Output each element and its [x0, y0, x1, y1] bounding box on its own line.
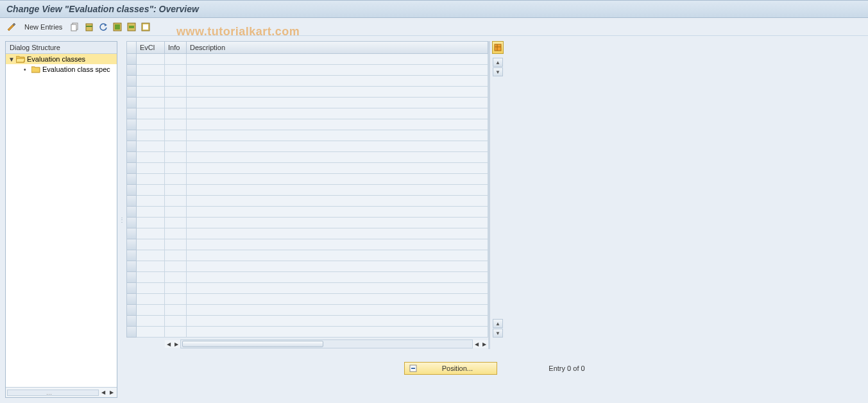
scroll-left-icon[interactable]: ◀	[165, 340, 173, 348]
cell-info[interactable]	[165, 250, 187, 261]
row-selector[interactable]	[126, 163, 137, 174]
cell-info[interactable]	[165, 261, 187, 272]
cell-info[interactable]	[165, 152, 187, 163]
cell-description[interactable]	[187, 65, 488, 76]
row-selector[interactable]	[126, 174, 137, 185]
cell-evcl[interactable]	[137, 174, 165, 185]
row-selector[interactable]	[126, 305, 137, 316]
table-row[interactable]	[126, 327, 488, 338]
row-selector[interactable]	[126, 261, 137, 272]
cell-description[interactable]	[187, 272, 488, 283]
cell-evcl[interactable]	[137, 54, 165, 65]
row-selector[interactable]	[126, 272, 137, 283]
undo-change-icon[interactable]	[98, 22, 108, 32]
scroll-right-icon[interactable]: ▶	[173, 340, 180, 348]
row-selector[interactable]	[126, 119, 137, 130]
table-row[interactable]	[126, 239, 488, 250]
row-selector[interactable]	[126, 54, 137, 65]
deselect-all-icon[interactable]	[140, 22, 151, 32]
table-row[interactable]	[126, 250, 488, 261]
table-row[interactable]	[126, 54, 488, 65]
grid-header-info[interactable]: Info	[165, 41, 187, 54]
cell-description[interactable]	[187, 174, 488, 185]
row-selector[interactable]	[126, 65, 137, 76]
grid-horizontal-scrollbar[interactable]: ◀ ▶ ◀ ▶	[126, 339, 488, 349]
splitter-handle[interactable]: ⋮	[120, 36, 124, 403]
cell-description[interactable]	[187, 185, 488, 196]
row-selector[interactable]	[126, 196, 137, 207]
cell-evcl[interactable]	[137, 283, 165, 294]
cell-description[interactable]	[187, 87, 488, 98]
row-selector[interactable]	[126, 327, 137, 338]
row-selector[interactable]	[126, 218, 137, 228]
cell-description[interactable]	[187, 250, 488, 261]
row-selector[interactable]	[126, 76, 137, 87]
cell-evcl[interactable]	[137, 272, 165, 283]
tree-horizontal-scrollbar[interactable]: ⋯ ◀ ▶	[6, 387, 117, 397]
cell-description[interactable]	[187, 294, 488, 305]
cell-description[interactable]	[187, 130, 488, 141]
position-button[interactable]: Position...	[404, 362, 497, 375]
cell-description[interactable]	[187, 305, 488, 316]
delete-icon[interactable]	[84, 22, 94, 32]
cell-info[interactable]	[165, 119, 187, 130]
cell-evcl[interactable]	[137, 196, 165, 207]
cell-info[interactable]	[165, 130, 187, 141]
table-row[interactable]	[126, 316, 488, 327]
table-row[interactable]	[126, 119, 488, 130]
table-row[interactable]	[126, 98, 488, 108]
cell-evcl[interactable]	[137, 305, 165, 316]
table-row[interactable]	[126, 228, 488, 239]
table-row[interactable]	[126, 76, 488, 87]
cell-description[interactable]	[187, 316, 488, 327]
table-row[interactable]	[126, 218, 488, 228]
table-row[interactable]	[126, 196, 488, 207]
cell-description[interactable]	[187, 327, 488, 338]
scroll-left-end-icon[interactable]: ◀	[473, 340, 481, 348]
table-row[interactable]	[126, 108, 488, 119]
cell-info[interactable]	[165, 141, 187, 152]
table-row[interactable]	[126, 87, 488, 98]
cell-description[interactable]	[187, 207, 488, 218]
cell-info[interactable]	[165, 76, 187, 87]
row-selector[interactable]	[126, 130, 137, 141]
scroll-right-end-icon[interactable]: ▶	[481, 340, 488, 348]
copy-as-icon[interactable]	[70, 22, 80, 32]
cell-info[interactable]	[165, 283, 187, 294]
cell-evcl[interactable]	[137, 98, 165, 108]
cell-info[interactable]	[165, 174, 187, 185]
row-selector[interactable]	[126, 250, 137, 261]
table-row[interactable]	[126, 261, 488, 272]
cell-evcl[interactable]	[137, 185, 165, 196]
cell-info[interactable]	[165, 185, 187, 196]
cell-evcl[interactable]	[137, 152, 165, 163]
cell-info[interactable]	[165, 65, 187, 76]
cell-evcl[interactable]	[137, 76, 165, 87]
cell-info[interactable]	[165, 272, 187, 283]
row-selector[interactable]	[126, 152, 137, 163]
table-row[interactable]	[126, 185, 488, 196]
grid-scroll-track[interactable]	[180, 339, 473, 348]
cell-evcl[interactable]	[137, 87, 165, 98]
cell-evcl[interactable]	[137, 119, 165, 130]
tree-node-evaluation-class-spec[interactable]: • Evaluation class spec	[6, 64, 117, 74]
row-selector[interactable]	[126, 87, 137, 98]
cell-description[interactable]	[187, 141, 488, 152]
cell-evcl[interactable]	[137, 261, 165, 272]
cell-description[interactable]	[187, 228, 488, 239]
cell-info[interactable]	[165, 316, 187, 327]
row-selector[interactable]	[126, 228, 137, 239]
table-row[interactable]	[126, 65, 488, 76]
cell-description[interactable]	[187, 283, 488, 294]
select-all-icon[interactable]	[112, 22, 123, 32]
cell-evcl[interactable]	[137, 108, 165, 119]
cell-info[interactable]	[165, 196, 187, 207]
tree-scroll-track[interactable]: ⋯	[7, 390, 99, 396]
scroll-up-icon[interactable]: ▼	[493, 67, 503, 76]
cell-info[interactable]	[165, 207, 187, 218]
table-row[interactable]	[126, 272, 488, 283]
cell-description[interactable]	[187, 98, 488, 108]
cell-description[interactable]	[187, 239, 488, 250]
scroll-top-icon[interactable]: ▲	[493, 58, 503, 67]
cell-evcl[interactable]	[137, 207, 165, 218]
